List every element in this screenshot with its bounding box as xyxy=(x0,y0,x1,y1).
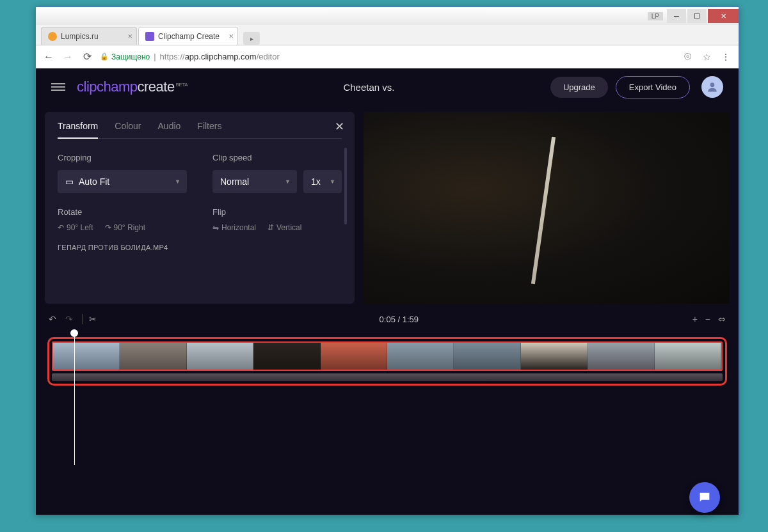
undo-button[interactable]: ↶ xyxy=(49,314,56,324)
playhead[interactable] xyxy=(74,329,78,465)
rotate-left-button[interactable]: ↶90° Left xyxy=(58,223,93,232)
secure-label: Защищено xyxy=(111,52,150,61)
app-header: clipchampcreateBETA Cheetan vs. Upgrade … xyxy=(36,68,739,106)
timeline-toolbar: ↶ ↷ ✂ 0:05 / 1:59 + − ⇔ xyxy=(36,309,739,329)
hamburger-menu-icon[interactable] xyxy=(51,80,65,94)
svg-point-0 xyxy=(710,82,715,87)
bookmark-star-icon[interactable]: ☆ xyxy=(700,51,713,63)
chevron-down-icon: ▼ xyxy=(330,178,335,185)
chevron-down-icon: ▼ xyxy=(175,178,180,185)
clip-filename: ГЕПАРД ПРОТИВ БОЛИДА.MP4 xyxy=(58,244,342,251)
clipspeed-dropdown[interactable]: Normal ▼ xyxy=(212,170,297,193)
panel-close-icon[interactable]: ✕ xyxy=(335,120,344,134)
flip-vertical-button[interactable]: ⇵Vertical xyxy=(268,223,301,232)
time-current: 0:05 xyxy=(380,315,396,324)
cropping-value: Auto Fit xyxy=(79,176,109,187)
browser-addressbar: ← → ⟳ 🔒 Защищено | https:// app.clipcham… xyxy=(36,45,739,68)
logo-create: create xyxy=(138,79,175,95)
tab-colour[interactable]: Colour xyxy=(115,121,141,138)
tab-filters[interactable]: Filters xyxy=(197,121,221,138)
cropping-label: Cropping xyxy=(58,153,187,162)
preview-frame xyxy=(364,112,730,304)
clipspeed-mult: 1x xyxy=(311,176,321,187)
playhead-line xyxy=(74,337,75,465)
upgrade-button[interactable]: Upgrade xyxy=(550,77,608,98)
browser-tabstrip: Lumpics.ru × Clipchamp Create × ▸ xyxy=(36,25,739,45)
favicon-icon xyxy=(48,32,57,41)
clip-thumbnail xyxy=(187,343,253,370)
tab-title: Clipchamp Create xyxy=(158,32,220,41)
flip-v-icon: ⇵ xyxy=(268,223,274,232)
translate-icon[interactable]: ⦾ xyxy=(681,51,694,63)
support-chat-button[interactable] xyxy=(689,482,720,513)
video-preview[interactable] xyxy=(364,112,730,304)
url-path: /editor xyxy=(257,52,280,61)
nav-reload-button[interactable]: ⟳ xyxy=(81,51,93,63)
browser-tab-clipchamp[interactable]: Clipchamp Create × xyxy=(138,27,238,45)
clipspeed-value: Normal xyxy=(220,176,249,187)
rotate-label: Rotate xyxy=(58,207,187,217)
url-protocol: https:// xyxy=(160,52,185,61)
clip-thumbnail xyxy=(53,343,120,370)
timeline-timecode: 0:05 / 1:59 xyxy=(106,315,692,324)
time-sep: / xyxy=(396,315,403,324)
clipchamp-app: clipchampcreateBETA Cheetan vs. Upgrade … xyxy=(36,68,739,515)
panel-body: Cropping ▭ Auto Fit ▼ Rotate ↶90° Left xyxy=(58,139,342,267)
clipspeed-multiplier-dropdown[interactable]: 1x ▼ xyxy=(303,170,342,193)
browser-tab-lumpics[interactable]: Lumpics.ru × xyxy=(41,27,137,45)
nav-forward-button[interactable]: → xyxy=(61,51,74,63)
autofit-icon: ▭ xyxy=(65,176,74,187)
clip-thumbnail xyxy=(655,343,721,370)
zoom-out-button[interactable]: − xyxy=(705,314,710,324)
panel-tabs: Transform Colour Audio Filters xyxy=(58,121,342,139)
rotate-left-icon: ↶ xyxy=(58,223,64,232)
panel-scrollbar[interactable] xyxy=(344,148,347,224)
timeline-area[interactable] xyxy=(36,329,739,515)
tab-close-icon[interactable]: × xyxy=(127,31,132,41)
tab-close-icon[interactable]: × xyxy=(228,31,234,41)
workspace: ✕ Transform Colour Audio Filters Croppin… xyxy=(36,106,739,304)
clip-thumbnail xyxy=(454,343,520,370)
tab-transform[interactable]: Transform xyxy=(58,121,98,139)
playhead-knob-icon[interactable] xyxy=(70,329,78,337)
timeline-highlight xyxy=(47,337,727,386)
clip-thumbnail xyxy=(588,343,654,370)
tab-title: Lumpics.ru xyxy=(61,32,99,41)
chevron-down-icon: ▼ xyxy=(285,178,291,185)
split-button[interactable]: ✂ xyxy=(89,314,97,324)
time-total: 1:59 xyxy=(403,315,419,324)
flip-label: Flip xyxy=(212,207,342,217)
new-tab-button[interactable]: ▸ xyxy=(243,32,260,45)
video-clip[interactable] xyxy=(52,341,723,371)
project-title[interactable]: Cheetan vs. xyxy=(188,82,550,93)
window-minimize-button[interactable] xyxy=(667,9,686,23)
logo-beta: BETA xyxy=(176,82,188,88)
window-maximize-button[interactable] xyxy=(687,9,707,23)
zoom-fit-button[interactable]: ⇔ xyxy=(718,314,726,324)
window-close-button[interactable] xyxy=(708,9,739,23)
app-logo: clipchampcreateBETA xyxy=(77,79,188,95)
redo-button[interactable]: ↷ xyxy=(65,314,73,324)
url-host: app.clipchamp.com xyxy=(185,52,257,61)
properties-panel: ✕ Transform Colour Audio Filters Croppin… xyxy=(45,112,355,304)
url-field[interactable]: 🔒 Защищено | https:// app.clipchamp.com … xyxy=(100,52,675,61)
rotate-right-button[interactable]: ↷90° Right xyxy=(105,223,146,232)
zoom-in-button[interactable]: + xyxy=(692,314,698,324)
clip-thumbnail xyxy=(321,343,387,370)
cropping-dropdown[interactable]: ▭ Auto Fit ▼ xyxy=(58,170,187,193)
clip-thumbnail xyxy=(387,343,454,370)
separator xyxy=(82,314,83,324)
flip-h-icon: ⇋ xyxy=(212,223,219,232)
tab-audio[interactable]: Audio xyxy=(158,121,181,138)
browser-menu-icon[interactable]: ⋮ xyxy=(719,51,732,63)
browser-window: LP Lumpics.ru × Clipchamp Create × ▸ ← →… xyxy=(35,6,739,515)
flip-horizontal-button[interactable]: ⇋Horizontal xyxy=(212,223,256,232)
clip-thumbnail xyxy=(521,343,588,370)
export-video-button[interactable]: Export Video xyxy=(616,76,690,98)
clip-thumbnail xyxy=(120,343,186,370)
favicon-icon xyxy=(145,32,154,41)
audio-track[interactable] xyxy=(52,373,723,381)
url-separator: | xyxy=(154,52,156,61)
user-avatar[interactable] xyxy=(701,76,723,98)
nav-back-button[interactable]: ← xyxy=(42,51,55,63)
